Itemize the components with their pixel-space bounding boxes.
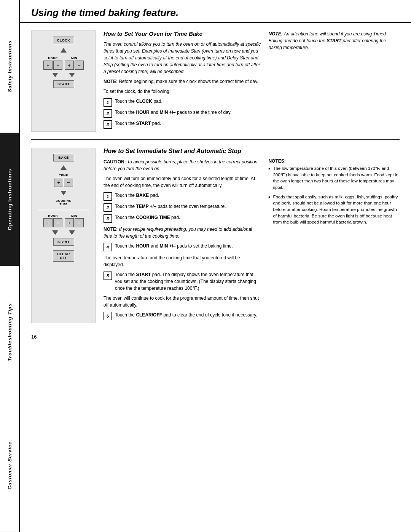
control-panel-bake: BAKE TEMP + −	[31, 148, 96, 323]
hour-label: HOUR	[48, 56, 58, 60]
clock-button: CLOCK	[53, 37, 75, 44]
section2-para2: The oven temperature and the cooking tim…	[104, 254, 261, 268]
control-panel-clock: CLOCK HOUR + − MIN	[31, 30, 96, 132]
sidebar-customer: Customer Service	[0, 399, 19, 532]
page-title: Using the timed baking feature.	[31, 7, 400, 19]
min-label: MIN	[71, 56, 77, 60]
section2-steps3: 5 Touch the START pad. The display shows…	[104, 271, 261, 292]
temp-minus: −	[64, 178, 73, 187]
section2-caution: CAUTION: To avoid possible burns, place …	[104, 158, 261, 172]
start-button-bake: START	[53, 238, 74, 246]
section2-two-col: CAUTION: To avoid possible burns, place …	[104, 158, 400, 323]
step-bake-3: 3 Touch the COOKING TIME pad.	[104, 214, 261, 223]
hour-min-row: HOUR + − MIN + −	[43, 56, 84, 70]
step-bake-5: 5 Touch the START pad. The display shows…	[104, 271, 261, 292]
temp-label: TEMP	[59, 174, 68, 177]
sidebar-label-troubleshooting: Troubleshooting Tips	[7, 303, 13, 361]
bake-min-minus: −	[75, 218, 84, 227]
hour-plus: +	[43, 61, 53, 70]
temp-plus: +	[54, 178, 63, 187]
section2-steps2: 4 Touch the HOUR and MIN +/– pads to set…	[104, 243, 261, 251]
title-bar: Using the timed baking feature.	[20, 0, 411, 23]
section1-steps: 1 Touch the CLOCK pad. 2 Touch the HOUR …	[104, 98, 261, 129]
bake-button: BAKE	[53, 154, 74, 161]
section2-para3: The oven will continue to cook for the p…	[104, 295, 261, 308]
section-immediate-start: BAKE TEMP + −	[31, 140, 400, 331]
section2-steps1: 1 Touch the BAKE pad. 2 Touch the TEMP +…	[104, 192, 261, 223]
section-time-bake: CLOCK HOUR + − MIN	[31, 23, 400, 140]
page-number: 16	[20, 331, 411, 343]
section1-title: How to Set Your Oven for Time Bake	[104, 30, 261, 37]
section2-right: NOTES: The low temperature zone of this …	[268, 158, 400, 323]
bake-hour-plus: +	[43, 218, 53, 227]
step-bake-2: 2 Touch the TEMP +/– pads to set the ove…	[104, 203, 261, 212]
sidebar-label-customer: Customer Service	[7, 441, 13, 490]
cooking-time-label2: TIME	[59, 203, 67, 206]
notes-list: The low temperature zone of this oven (b…	[268, 165, 400, 225]
section1-left: How to Set Your Oven for Time Bake The o…	[104, 30, 261, 132]
cooking-time-label: COOKING	[56, 199, 72, 203]
section1-note-before: NOTE: Before beginning, make sure the cl…	[104, 78, 261, 85]
sidebar-safety: Safety Instructions	[0, 0, 19, 133]
sidebar-label-safety: Safety Instructions	[7, 40, 13, 92]
step-3-start: 3 Touch the START pad.	[104, 120, 261, 129]
notes-header: NOTES:	[268, 158, 400, 164]
start-button-clock: START	[53, 80, 74, 88]
note-item-2: Foods that spoil easily, such as milk, e…	[268, 194, 400, 225]
bake-min-plus: +	[65, 218, 74, 227]
min-plus: +	[65, 61, 74, 70]
sidebar: Safety Instructions Operating Instructio…	[0, 0, 20, 532]
min-minus: −	[75, 61, 84, 70]
hour-minus: −	[53, 61, 62, 70]
section2-title: How to Set Immediate Start and Automatic…	[104, 148, 400, 155]
note-item-1: The low temperature zone of this oven (b…	[268, 165, 400, 191]
clear-off-button: CLEAROFF	[53, 250, 74, 262]
section2-left: CAUTION: To avoid possible burns, place …	[104, 158, 261, 323]
section1-intro: The oven control allows you to turn the …	[104, 41, 261, 75]
step-bake-1: 1 Touch the BAKE pad.	[104, 192, 261, 201]
step-1-clock: 1 Touch the CLOCK pad.	[104, 98, 261, 107]
sidebar-label-operating: Operating Instructions	[7, 169, 13, 230]
step-2-hour-min: 2 Touch the HOUR and MIN +/– pads to set…	[104, 109, 261, 118]
bake-hour-label: HOUR	[48, 214, 58, 217]
section2-steps4: 6 Touch the CLEAR/OFF pad to clear the e…	[104, 312, 261, 320]
section1-steps-intro: To set the clock, do the following:	[104, 88, 261, 95]
step-bake-6: 6 Touch the CLEAR/OFF pad to clear the e…	[104, 312, 261, 320]
section2-para1: The oven will turn on immediately and co…	[104, 175, 261, 189]
section1-two-col: How to Set Your Oven for Time Bake The o…	[104, 30, 400, 132]
section2-text: How to Set Immediate Start and Automatic…	[104, 148, 400, 323]
section1-right: NOTE: An attention tone will sound if yo…	[268, 30, 400, 132]
main-content: Using the timed baking feature. CLOCK HO…	[20, 0, 411, 532]
bake-min-label: MIN	[71, 214, 77, 217]
section2-note-middle: NOTE: If your recipe requires preheating…	[104, 226, 261, 240]
hour-min-bake-row: HOUR + − MIN + −	[43, 214, 84, 227]
step-bake-4: 4 Touch the HOUR and MIN +/– pads to set…	[104, 243, 261, 251]
bake-hour-minus: −	[53, 218, 62, 227]
section1-note-right: NOTE: An attention tone will sound if yo…	[268, 30, 400, 51]
sidebar-troubleshooting: Troubleshooting Tips	[0, 266, 19, 399]
section1-text: How to Set Your Oven for Time Bake The o…	[104, 30, 400, 132]
content-area: CLOCK HOUR + − MIN	[20, 23, 411, 331]
sidebar-operating: Operating Instructions	[0, 133, 19, 266]
